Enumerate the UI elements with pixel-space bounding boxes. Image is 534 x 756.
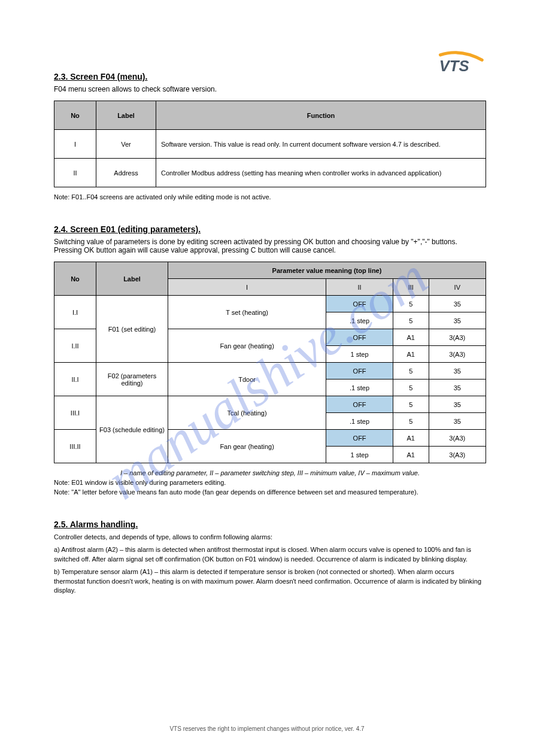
cell-iii: 5 <box>393 312 429 329</box>
cell-label: F02 (parameters editing) <box>96 363 168 396</box>
section-2-3-note: Note: F01..F04 screens are activated onl… <box>54 193 486 201</box>
section-2-4-desc: Switching value of parameters is done by… <box>54 238 486 254</box>
cell-iv: 35 <box>429 396 486 413</box>
cell-ii: OFF <box>326 296 393 312</box>
table-row: III.I F03 (schedule editing) Tcal (heati… <box>54 396 486 413</box>
section-2-5-body: Controller detects, and depends of type,… <box>54 533 486 595</box>
table-row: I.I F01 (set editing) T set (heating) OF… <box>54 296 486 312</box>
cell-iii: A1 <box>393 346 429 363</box>
cell-iv: 35 <box>429 296 486 312</box>
table-row: I Ver Software version. This value is re… <box>54 130 486 159</box>
table-2-3: No Label Function I Ver Software version… <box>54 101 486 187</box>
cell-no: I.II <box>54 329 96 363</box>
section-2-4-heading: 2.4. Screen E01 (editing parameters). <box>54 224 486 234</box>
cell-i: Fan gear (heating) <box>168 430 326 463</box>
cell-ii: .1 step <box>326 379 393 396</box>
cell-iii: 5 <box>393 413 429 430</box>
t2-subheader-iv: IV <box>429 279 486 296</box>
section-2-3-desc: F04 menu screen allows to check software… <box>54 85 486 93</box>
note-legend: I – name of editing parameter, II – para… <box>54 469 486 476</box>
table-row: II Address Controller Modbus address (se… <box>54 159 486 187</box>
cell-no: I.I <box>54 296 96 329</box>
cell-ii: OFF <box>326 430 393 447</box>
para-a: a) Antifrost alarm (A2) – this alarm is … <box>54 545 486 564</box>
footer-copyright: VTS reserves the right to implement chan… <box>0 725 534 732</box>
cell-no: II <box>54 159 96 187</box>
cell-no: II.I <box>54 363 96 396</box>
t2-header-no: No <box>54 262 96 296</box>
t2-subheader-i: I <box>168 279 326 296</box>
para-intro: Controller detects, and depends of type,… <box>54 533 486 542</box>
t1-header-label: Label <box>96 101 156 130</box>
cell-ii: .1 step <box>326 312 393 329</box>
cell-label: F01 (set editing) <box>96 296 168 363</box>
cell-iv: 35 <box>429 379 486 396</box>
table-2-4: No Label Parameter value meaning (top li… <box>54 262 486 463</box>
t2-group-header: Parameter value meaning (top line) <box>168 262 486 279</box>
note-1: Note: E01 window is visible only during … <box>54 479 486 486</box>
cell-iv: 3(A3) <box>429 346 486 363</box>
t2-subheader-ii: II <box>326 279 393 296</box>
cell-iv: 3(A3) <box>429 329 486 346</box>
cell-i: Tdoor <box>168 363 326 396</box>
logo-text: VTS <box>439 57 469 74</box>
cell-iii: 5 <box>393 396 429 413</box>
cell-function: Controller Modbus address (setting has m… <box>156 159 486 187</box>
cell-iii: A1 <box>393 430 429 447</box>
cell-i: T set (heating) <box>168 296 326 329</box>
cell-ii: OFF <box>326 363 393 379</box>
cell-iii: 5 <box>393 363 429 379</box>
cell-i: Fan gear (heating) <box>168 329 326 363</box>
cell-no: I <box>54 130 96 159</box>
vts-logo: VTS <box>435 51 486 75</box>
cell-iv: 3(A3) <box>429 430 486 447</box>
cell-function: Software version. This value is read onl… <box>156 130 486 159</box>
section-2-5-heading: 2.5. Alarms handling. <box>54 520 486 529</box>
cell-iii: A1 <box>393 447 429 463</box>
cell-iv: 35 <box>429 413 486 430</box>
cell-ii: .1 step <box>326 413 393 430</box>
cell-ii: OFF <box>326 329 393 346</box>
t1-header-function: Function <box>156 101 486 130</box>
para-b: b) Temperature sensor alarm (A1) – this … <box>54 567 486 595</box>
cell-ii: OFF <box>326 396 393 413</box>
cell-label: F03 (schedule editing) <box>96 396 168 463</box>
t2-subheader-iii: III <box>393 279 429 296</box>
note-2: Note: "A" letter before value means fan … <box>54 488 486 496</box>
cell-iii: 5 <box>393 296 429 312</box>
section-2-4-notes: I – name of editing parameter, II – para… <box>54 469 486 496</box>
section-2-3-heading: 2.3. Screen F04 (menu). <box>54 72 486 81</box>
cell-no: III.II <box>54 430 96 463</box>
cell-i: Tcal (heating) <box>168 396 326 430</box>
t2-header-label: Label <box>96 262 168 296</box>
cell-label: Ver <box>96 130 156 159</box>
table-row: II.I F02 (parameters editing) Tdoor OFF … <box>54 363 486 379</box>
t1-header-no: No <box>54 101 96 130</box>
cell-no: III.I <box>54 396 96 430</box>
cell-ii: 1 step <box>326 346 393 363</box>
cell-iv: 35 <box>429 312 486 329</box>
cell-ii: 1 step <box>326 447 393 463</box>
cell-label: Address <box>96 159 156 187</box>
cell-iii: A1 <box>393 329 429 346</box>
cell-iv: 35 <box>429 363 486 379</box>
cell-iii: 5 <box>393 379 429 396</box>
cell-iv: 3(A3) <box>429 447 486 463</box>
